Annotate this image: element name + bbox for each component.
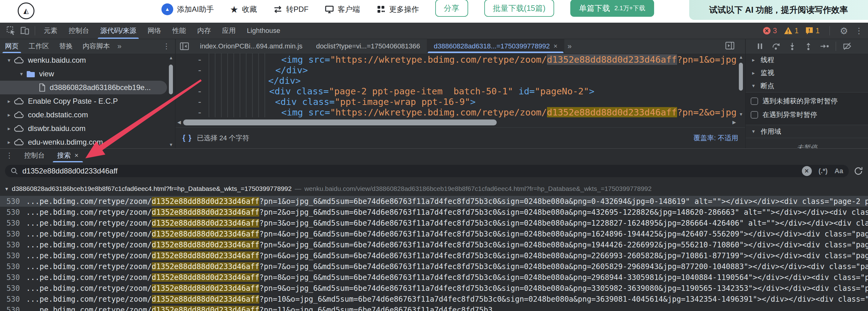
devtools-menu-icon[interactable]: ⋮ (855, 26, 863, 36)
devtools-tab[interactable]: 性能 (167, 23, 191, 39)
drawer-menu-icon[interactable]: ⋮ (0, 151, 18, 160)
devtools-tab[interactable]: 源代码/来源 (95, 23, 142, 39)
drawer-tab[interactable]: 控制台 (18, 149, 51, 162)
regex-toggle[interactable]: (.*) (819, 167, 828, 175)
inspect-element-icon[interactable] (4, 23, 18, 39)
scroll-left-icon[interactable]: ◀ (176, 120, 183, 125)
code-viewport[interactable]: ------ <img src="https://wkretype.bdimg.… (176, 53, 738, 117)
navigator-tab[interactable]: 网页 (0, 39, 24, 53)
search-result-row[interactable]: 530...pe.bdimg.com/retype/zoom/d1352e88d… (0, 261, 868, 272)
deactivate-breakpoints-icon[interactable] (839, 42, 855, 50)
checkbox[interactable] (751, 111, 758, 119)
search-result-row[interactable]: 530...pe.bdimg.com/retype/zoom/d1352e88d… (0, 228, 868, 239)
menu-item-convert-pdf[interactable]: 转PDF (273, 4, 309, 14)
wenku-assistant-logo[interactable]: ◭ (18, 2, 34, 19)
ai-feature-banner[interactable]: 试试以下 AI 功能，提升阅读写作效率 (689, 0, 868, 20)
tree-row[interactable]: d38860828ad63186bceb19e... (0, 81, 167, 94)
section-scope[interactable]: ▾ 作用域 (746, 125, 868, 138)
navigator-tab[interactable]: 内容脚本 (78, 39, 115, 53)
tree-row[interactable]: ▾wenku.baidu.com (0, 53, 167, 67)
step-over-icon[interactable] (768, 42, 784, 50)
devtools-tab[interactable]: 应用 (216, 23, 241, 39)
search-result-group-header[interactable]: ▼ d38860828ad63186bceb19e8b8f67c1cfad6ee… (0, 182, 868, 195)
editor-tab[interactable]: d38860828ad6318...=1750399778992× (427, 39, 564, 53)
search-result-row[interactable]: 530...pe.bdimg.com/retype/zoom/d1352e88d… (0, 250, 868, 261)
scroll-down-icon[interactable]: ▼ (168, 142, 174, 147)
menu-item-favorite[interactable]: ★ 收藏 (230, 4, 257, 15)
chevron-right-icon[interactable]: ▸ (4, 125, 14, 132)
search-result-row[interactable]: 530...pe.bdimg.com/retype/zoom/d1352e88d… (0, 305, 868, 311)
search-result-row[interactable]: 530...pe.bdimg.com/retype/zoom/d1352e88d… (0, 272, 868, 283)
chevron-right-icon[interactable]: ▸ (4, 112, 14, 118)
devtools-tab[interactable]: 控制台 (63, 23, 95, 39)
close-tab-icon[interactable]: × (554, 42, 558, 50)
device-toolbar-icon[interactable] (18, 23, 32, 39)
step-icon[interactable] (816, 42, 833, 50)
editor-horizontal-scrollbar[interactable]: ◀ ▶ (176, 117, 738, 127)
settings-gear-icon[interactable]: ⚙ (840, 26, 848, 36)
editor-tabs-overflow-chevron-icon[interactable]: » (564, 42, 575, 51)
single-download-button[interactable]: 单篇下载 2.1万+下载 (570, 0, 654, 17)
step-out-icon[interactable] (800, 42, 816, 50)
checkbox[interactable] (751, 97, 758, 105)
scroll-down-icon[interactable]: ▼ (738, 112, 744, 117)
section-threads[interactable]: ▸ 线程 (746, 53, 868, 66)
tree-row[interactable]: ▸dlswbr.baidu.com (0, 122, 167, 135)
search-result-row[interactable]: 530...pe.bdimg.com/retype/zoom/d1352e88d… (0, 293, 868, 305)
editor-tab[interactable]: doclist?type=vi...=1750406081366 (309, 39, 427, 53)
clear-search-icon[interactable]: × (802, 166, 812, 176)
share-button[interactable]: 分享 (435, 0, 468, 17)
navigator-tab[interactable]: 替换 (54, 39, 78, 53)
coverage-link[interactable]: 覆盖率: 不适用 (693, 133, 738, 143)
chevron-right-icon[interactable]: ▸ (4, 98, 14, 104)
scroll-up-icon[interactable]: ▲ (738, 55, 744, 60)
search-input[interactable]: × (.*) Aa (5, 165, 849, 177)
refresh-search-icon[interactable] (854, 166, 863, 176)
pause-script-icon[interactable] (752, 42, 768, 50)
search-query-field[interactable] (22, 167, 798, 175)
match-case-toggle[interactable]: Aa (834, 167, 843, 175)
tree-row[interactable]: ▸edu-wenku.bdimg.com (0, 135, 167, 148)
search-result-row[interactable]: 530...pe.bdimg.com/retype/zoom/d1352e88d… (0, 196, 868, 207)
tree-row[interactable]: ▾view (0, 67, 167, 81)
menu-item-more-actions[interactable]: 更多操作 (376, 4, 419, 14)
tree-row[interactable]: ▸Enable Copy Paste - E.C.P (0, 94, 167, 108)
devtools-tab[interactable]: 网络 (142, 23, 167, 39)
navigator-scrollbar[interactable]: ▲ ▼ (168, 55, 174, 147)
chevron-right-icon[interactable]: ▸ (4, 139, 14, 146)
devtools-tab[interactable]: 内存 (191, 23, 216, 39)
chevron-down-icon[interactable]: ▾ (4, 57, 14, 64)
chevron-down-icon[interactable]: ▾ (17, 71, 26, 77)
search-result-row[interactable]: 530...pe.bdimg.com/retype/zoom/d1352e88d… (0, 283, 868, 293)
console-errors-badge[interactable]: 3 (763, 27, 777, 35)
devtools-tab[interactable]: Lighthouse (241, 23, 286, 39)
devtools-tab[interactable]: 元素 (38, 23, 63, 39)
console-warnings-badge[interactable]: 1 (784, 27, 799, 35)
scrollbar-thumb[interactable] (739, 63, 743, 91)
toggle-debugger-sidebar-icon[interactable] (725, 41, 735, 50)
pretty-print-icon[interactable]: { } (183, 134, 192, 142)
menu-item-add-ai-assistant[interactable]: ▲ 添加AI助手 (161, 3, 214, 15)
issues-badge[interactable]: 1 (805, 27, 819, 35)
hide-navigator-icon[interactable] (176, 39, 193, 53)
tree-row[interactable]: ▸code.bdstatic.com (0, 108, 167, 122)
section-breakpoints[interactable]: ▾ 断点 (746, 80, 868, 93)
scrollbar-thumb[interactable] (183, 120, 497, 125)
search-result-row[interactable]: 530...pe.bdimg.com/retype/zoom/d1352e88d… (0, 207, 868, 218)
scroll-right-icon[interactable]: ▶ (731, 120, 738, 125)
editor-tab[interactable]: index.OrionPCBi...694.amd.min.js (193, 39, 309, 53)
menu-item-client[interactable]: 客户端 (325, 4, 360, 14)
navigator-tab[interactable]: 工作区 (24, 39, 54, 53)
search-result-row[interactable]: 530...pe.bdimg.com/retype/zoom/d1352e88d… (0, 218, 868, 228)
scroll-up-icon[interactable]: ▲ (168, 55, 174, 60)
breakpoint-option[interactable]: 遇到未捕获的异常时暂停 (746, 94, 868, 108)
drawer-tab[interactable]: 搜索× (51, 149, 85, 162)
navigator-menu-icon[interactable]: ⋮ (163, 42, 175, 51)
editor-vertical-scrollbar[interactable]: ▲ ▼ (738, 55, 744, 117)
search-result-row[interactable]: 530...pe.bdimg.com/retype/zoom/d1352e88d… (0, 239, 868, 250)
breakpoint-option[interactable]: 在遇到异常时暂停 (746, 108, 868, 122)
batch-download-button[interactable]: 批量下载(15篇) (484, 0, 554, 17)
step-into-icon[interactable] (784, 42, 800, 50)
navigator-overflow-chevron-icon[interactable]: » (115, 42, 124, 51)
close-search-icon[interactable]: × (74, 152, 79, 159)
